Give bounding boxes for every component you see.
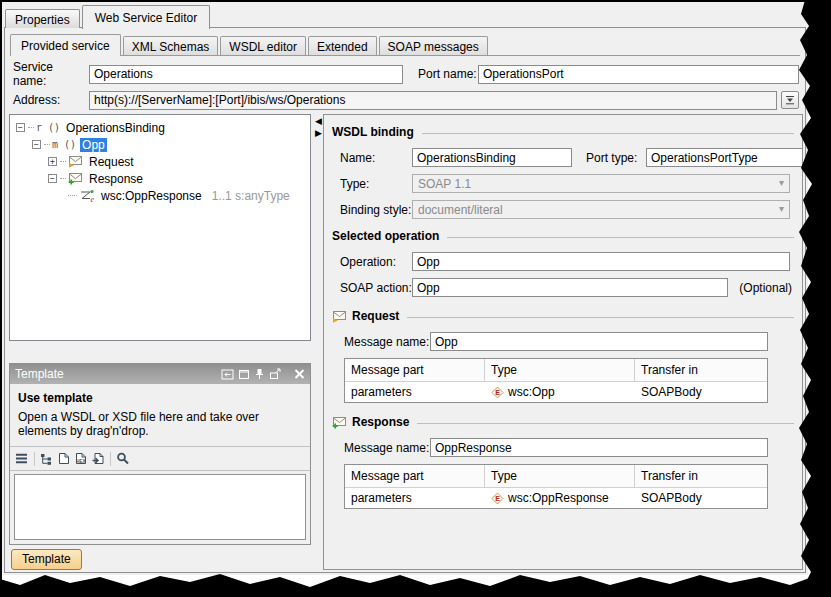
name-label: Name:: [340, 151, 412, 165]
import-document-icon[interactable]: [92, 452, 105, 465]
template-description: Open a WSDL or XSD file here and take ov…: [18, 410, 302, 438]
col-message-part: Message part: [345, 359, 485, 381]
tree-connector: [60, 161, 66, 162]
binding-style-select: document/literal ▾: [412, 200, 790, 219]
template-info: Use template Open a WSDL or XSD file her…: [10, 384, 310, 444]
binding-style-value: document/literal: [418, 203, 503, 217]
template-panel-title: Template: [15, 367, 221, 381]
operation-input[interactable]: [412, 252, 790, 271]
section-title: WSDL binding: [332, 125, 414, 139]
hex-view-icon[interactable]: HEX: [75, 452, 87, 465]
address-options-button[interactable]: [781, 91, 799, 109]
tree-item-operation[interactable]: − m () Opp: [10, 136, 310, 153]
operation-label: Operation:: [340, 255, 412, 269]
binding-type-select: SOAP 1.1 ▾: [412, 174, 790, 193]
section-rule: [417, 423, 794, 424]
table-header-row: Message part Type Transfer in: [345, 359, 767, 382]
message-name-label: Message name:: [344, 335, 430, 349]
template-titlebar[interactable]: Template: [10, 364, 310, 384]
tab-xml-schemas[interactable]: XML Schemas: [123, 36, 219, 55]
element-icon: e: [79, 189, 95, 203]
tree-item-request[interactable]: + Request: [10, 153, 310, 170]
wsdl-binding-section-header: WSDL binding: [332, 125, 794, 139]
tree-item-cardinality: 1..1 s:anyType: [212, 189, 290, 203]
binding-glyph: r (): [36, 122, 60, 133]
tree-view-icon[interactable]: [40, 453, 53, 465]
tree-item-binding[interactable]: − r () OperationsBinding: [10, 119, 310, 136]
tree-item-response[interactable]: − Response: [10, 170, 310, 187]
table-row[interactable]: parameters E wsc:Opp SOAPBody: [345, 382, 767, 402]
svg-text:e: e: [90, 195, 94, 203]
port-type-input[interactable]: [646, 148, 803, 167]
address-row: Address:: [13, 90, 799, 110]
tab-wsdl-editor[interactable]: WSDL editor: [220, 36, 306, 55]
port-name-input[interactable]: [478, 65, 799, 84]
response-message-name-input[interactable]: [430, 438, 768, 457]
tree-connector: [44, 144, 50, 145]
request-message-name-input[interactable]: [430, 332, 768, 351]
address-input[interactable]: [89, 91, 777, 110]
expand-toggle[interactable]: +: [48, 157, 57, 166]
port-name-label: Port name:: [418, 67, 478, 81]
tab-soap-messages[interactable]: SOAP messages: [379, 36, 488, 55]
list-dropdown-icon: [785, 95, 795, 105]
use-template-heading: Use template: [18, 391, 302, 405]
tree-item-label: OperationsBinding: [64, 121, 167, 135]
torn-border-left: [0, 0, 2, 597]
expand-toggle[interactable]: −: [48, 174, 57, 183]
tree-connector: [60, 178, 66, 179]
splitter-collapse-icon[interactable]: ◀: [315, 116, 322, 126]
maximize-icon[interactable]: [238, 369, 250, 380]
template-toolbar: HEX: [10, 446, 310, 471]
web-service-editor-window: Properties Web Service Editor Provided s…: [2, 2, 808, 575]
element-type-icon: E: [491, 386, 504, 399]
col-transfer-in: Transfer in: [635, 465, 767, 487]
torn-border-top: [0, 0, 831, 2]
binding-type-row: Type: SOAP 1.1 ▾: [340, 174, 792, 193]
template-tab-button[interactable]: Template: [11, 549, 82, 570]
tree-item-label-selected: Opp: [80, 138, 107, 152]
tree-item-response-element[interactable]: e wsc:OppResponse 1..1 s:anyType: [10, 187, 310, 204]
search-icon[interactable]: [116, 452, 130, 465]
close-icon[interactable]: [294, 369, 305, 379]
type-label: Type:: [340, 177, 412, 191]
cell-message-part: parameters: [345, 488, 485, 508]
binding-style-label: Binding style:: [340, 203, 412, 217]
binding-name-input[interactable]: [412, 148, 572, 167]
selected-operation-section-header: Selected operation: [332, 229, 794, 243]
menu-icon[interactable]: [15, 453, 29, 464]
svg-text:E: E: [495, 495, 500, 502]
response-block: Message name:: [344, 438, 794, 457]
tab-provided-service[interactable]: Provided service: [10, 34, 121, 56]
chevron-down-icon: ▾: [779, 177, 784, 188]
tab-extended[interactable]: Extended: [308, 36, 377, 55]
table-row[interactable]: parameters E wsc:OppResponse SOAPBody: [345, 488, 767, 508]
soap-action-input[interactable]: [412, 278, 728, 297]
method-glyph: m (): [52, 139, 76, 150]
element-type-icon: E: [491, 492, 504, 505]
tree-item-label: Response: [87, 172, 145, 186]
expand-toggle[interactable]: −: [32, 140, 41, 149]
float-window-icon[interactable]: [269, 368, 282, 380]
toolbar-separator: [110, 452, 111, 466]
service-name-input[interactable]: [89, 65, 403, 84]
expand-toggle[interactable]: −: [16, 123, 25, 132]
document-view-icon[interactable]: [58, 452, 70, 465]
col-transfer-in: Transfer in: [635, 359, 767, 381]
soap-action-label: SOAP action:: [340, 281, 412, 295]
splitter-expand-icon[interactable]: ▶: [315, 128, 322, 138]
tab-web-service-editor[interactable]: Web Service Editor: [82, 5, 211, 29]
editor-tab-bar: Provided service XML Schemas WSDL editor…: [10, 33, 800, 56]
section-title: Selected operation: [332, 229, 439, 243]
table-header-row: Message part Type Transfer in: [345, 465, 767, 488]
tree-connector: [68, 195, 77, 196]
tab-properties[interactable]: Properties: [5, 9, 80, 28]
section-rule: [407, 317, 794, 318]
dock-left-icon[interactable]: [221, 369, 234, 380]
cell-transfer-in: SOAPBody: [635, 382, 767, 402]
svg-text:E: E: [495, 389, 500, 396]
template-drop-area[interactable]: [14, 474, 306, 540]
pin-icon[interactable]: [254, 368, 265, 380]
port-type-label: Port type:: [586, 151, 646, 165]
optional-note: (Optional): [736, 281, 792, 295]
